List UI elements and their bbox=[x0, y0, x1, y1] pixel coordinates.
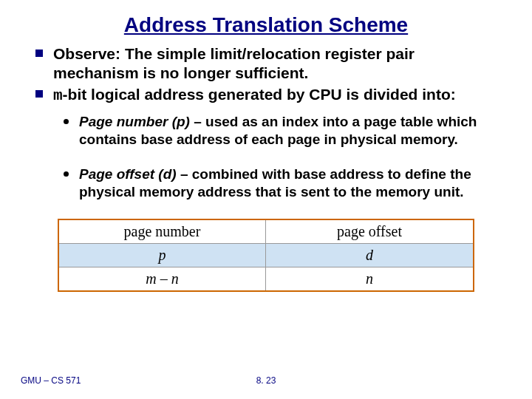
diagram-symbol-cell: p bbox=[59, 244, 266, 267]
address-diagram: page number page offset p d m – n n bbox=[35, 219, 497, 292]
diagram-table: page number page offset p d m – n n bbox=[58, 219, 474, 292]
diagram-header-cell: page offset bbox=[266, 220, 473, 244]
diagram-header-cell: page number bbox=[59, 220, 266, 244]
sub-bullet-text: Page offset (d) – combined with base add… bbox=[79, 166, 497, 201]
footer-page-number: 8. 23 bbox=[0, 375, 532, 386]
mono-prefix: m bbox=[53, 87, 63, 104]
dot-bullet-icon bbox=[64, 171, 69, 177]
square-bullet-icon bbox=[35, 50, 43, 57]
sub-bullet-lead: Page offset (d) bbox=[79, 166, 177, 182]
sub-bullet-list: Page number (p) – used as an index into … bbox=[35, 113, 497, 201]
bullet-text: Observe: The simple limit/relocation reg… bbox=[53, 44, 497, 83]
diagram-symbol-row: p d bbox=[59, 244, 473, 267]
dot-bullet-icon bbox=[64, 119, 69, 124]
bullet-text: m-bit logical address generated by CPU i… bbox=[53, 85, 456, 106]
sub-bullet-item: Page offset (d) – combined with base add… bbox=[64, 166, 497, 201]
sub-bullet-item: Page number (p) – used as an index into … bbox=[64, 113, 497, 149]
slide-title: Address Translation Scheme bbox=[0, 0, 532, 44]
square-bullet-icon bbox=[35, 90, 43, 98]
bullet-rest: -bit logical address generated by CPU is… bbox=[63, 86, 456, 103]
sub-bullet-lead: Page number (p) bbox=[79, 114, 190, 129]
diagram-bits-cell: m – n bbox=[59, 267, 266, 290]
diagram-bits-cell: n bbox=[266, 267, 473, 290]
bullet-item: m-bit logical address generated by CPU i… bbox=[35, 85, 497, 106]
slide-content: Observe: The simple limit/relocation reg… bbox=[0, 44, 532, 292]
diagram-header-row: page number page offset bbox=[59, 220, 473, 244]
sub-bullet-text: Page number (p) – used as an index into … bbox=[79, 113, 497, 149]
diagram-bits-row: m – n n bbox=[59, 267, 473, 290]
bullet-item: Observe: The simple limit/relocation reg… bbox=[35, 44, 497, 83]
diagram-symbol-cell: d bbox=[266, 244, 473, 267]
